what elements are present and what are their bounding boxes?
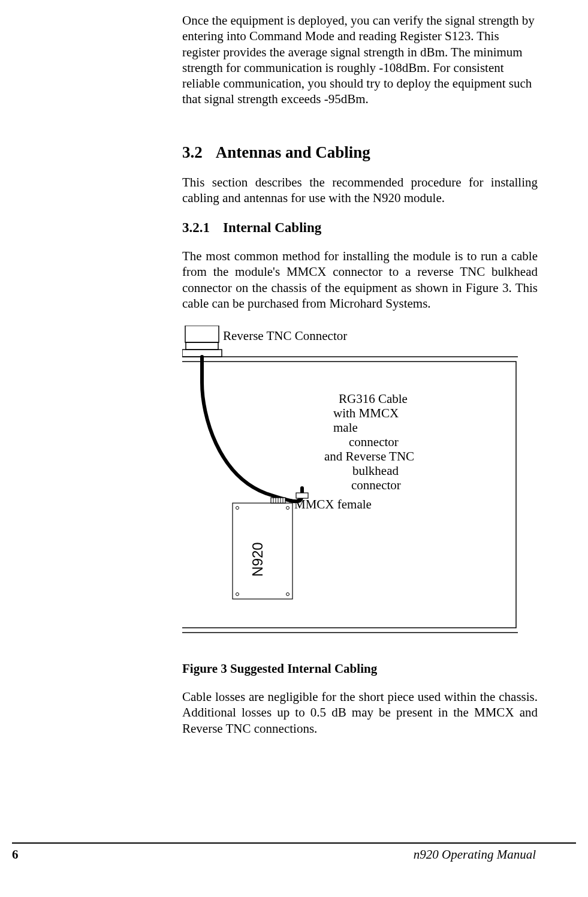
svg-text:N920: N920	[249, 542, 266, 576]
paragraph-3-2-1-b: Cable losses are negligible for the shor…	[182, 689, 538, 736]
document-page: Once the equipment is deployed, you can …	[0, 13, 588, 897]
heading-3-2-1: 3.2.1Internal Cabling	[182, 220, 538, 236]
svg-point-9	[236, 593, 239, 596]
svg-point-8	[287, 507, 290, 510]
svg-point-7	[236, 507, 239, 510]
svg-rect-1	[186, 342, 218, 350]
figure-3-caption: Figure 3 Suggested Internal Cabling	[182, 661, 538, 676]
heading-3-2-1-title: Internal Cabling	[223, 220, 321, 235]
svg-rect-0	[185, 326, 219, 342]
paragraph-3-2: This section describes the recommended p…	[182, 174, 538, 206]
paragraph-intro: Once the equipment is deployed, you can …	[182, 13, 538, 107]
paragraph-3-2-1-a: The most common method for installing th…	[182, 248, 538, 311]
figure-3-container: N920 Reverse TNC Connector RG316 Cable w…	[182, 326, 538, 637]
label-cable-line5: and Reverse TNC	[324, 449, 414, 464]
heading-3-2: 3.2Antennas and Cabling	[182, 143, 538, 162]
label-cable-line3: male	[333, 420, 358, 435]
figure-3-diagram: N920 Reverse TNC Connector RG316 Cable w…	[182, 326, 518, 637]
page-number: 6	[12, 847, 19, 862]
label-cable-line2: with MMCX	[333, 406, 399, 421]
page-footer: 6 n920 Operating Manual	[12, 842, 576, 868]
label-cable-line7: connector	[351, 478, 401, 493]
label-mmcx-female: MMCX female	[294, 497, 372, 512]
label-reverse-tnc: Reverse TNC Connector	[223, 329, 347, 344]
label-cable-line4: connector	[349, 435, 399, 450]
label-cable-line1: RG316 Cable	[339, 392, 408, 407]
footer-title: n920 Operating Manual	[414, 847, 536, 862]
svg-point-10	[287, 593, 290, 596]
heading-3-2-title: Antennas and Cabling	[216, 143, 370, 161]
heading-3-2-number: 3.2	[182, 143, 203, 162]
label-cable-line6: bulkhead	[352, 463, 399, 478]
cabling-diagram-svg: N920	[182, 326, 518, 637]
heading-3-2-1-number: 3.2.1	[182, 220, 210, 236]
